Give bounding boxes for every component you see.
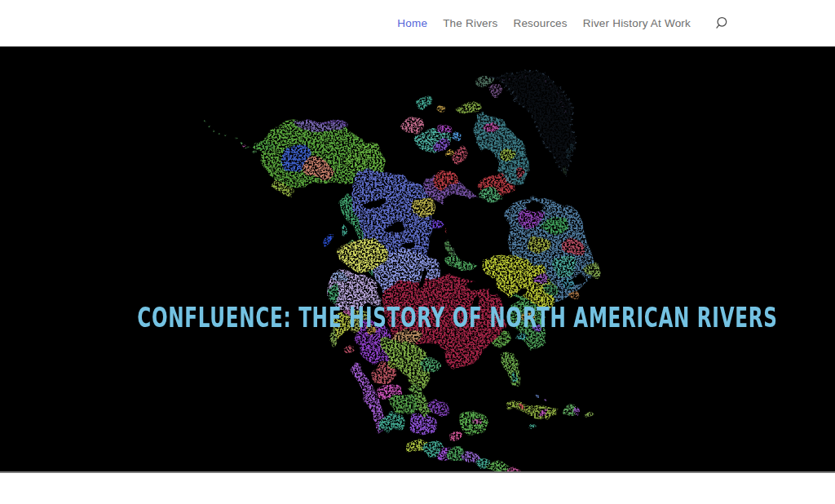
nav-the-rivers[interactable]: The Rivers (443, 18, 497, 29)
main-nav: Home The Rivers Resources River History … (397, 15, 731, 32)
hero-title: CONFLUENCE: THE HISTORY OF NORTH AMERICA… (0, 303, 835, 334)
nav-home[interactable]: Home (397, 18, 427, 29)
hero-section: CONFLUENCE: THE HISTORY OF NORTH AMERICA… (0, 46, 835, 473)
nav-river-history-at-work[interactable]: River History At Work (583, 18, 691, 29)
site-header: Home The Rivers Resources River History … (0, 0, 835, 46)
river-basin-map (0, 46, 835, 471)
hero-title-text: CONFLUENCE: THE HISTORY OF NORTH AMERICA… (137, 304, 777, 331)
search-icon (715, 16, 729, 30)
nav-resources[interactable]: Resources (513, 18, 567, 29)
content-below-hero (0, 473, 835, 504)
search-button[interactable] (714, 15, 731, 32)
